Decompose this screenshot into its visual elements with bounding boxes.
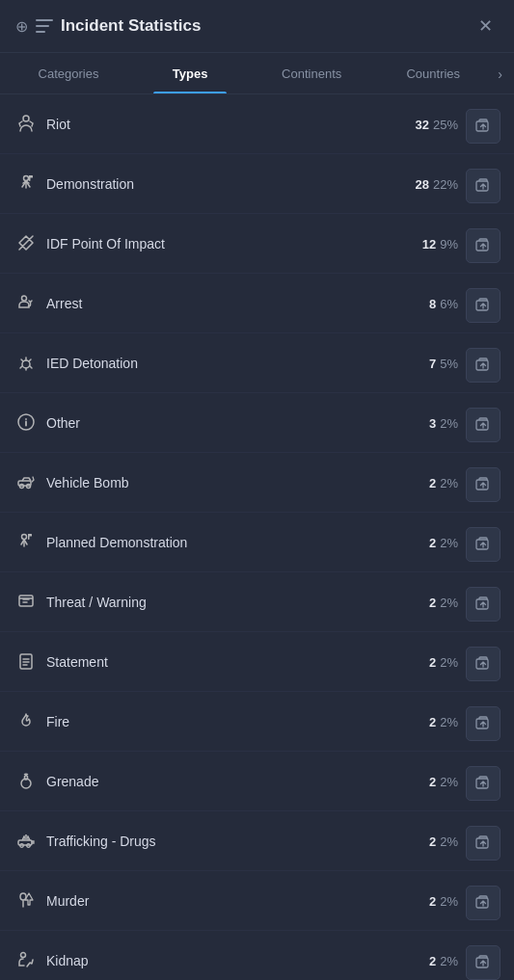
grenade-count: 2 bbox=[429, 775, 436, 789]
tabs-arrow[interactable]: › bbox=[494, 53, 506, 93]
planned-demonstration-top: Planned Demonstration 22% bbox=[46, 534, 458, 551]
list-item-statement: Statement 22% bbox=[0, 632, 514, 692]
trafficking-drugs-top: Trafficking - Drugs 22% bbox=[46, 833, 458, 850]
vehicle-bomb-top: Vehicle Bomb 22% bbox=[46, 474, 458, 491]
murder-count: 2 bbox=[429, 894, 436, 909]
statement-top: Statement 22% bbox=[46, 653, 458, 671]
other-action-btn[interactable] bbox=[466, 408, 500, 442]
demonstration-action-btn[interactable] bbox=[466, 169, 500, 203]
demonstration-pct: 22% bbox=[433, 177, 458, 192]
vehicle-bomb-action-btn[interactable] bbox=[466, 467, 500, 502]
trafficking-drugs-action-btn[interactable] bbox=[466, 826, 500, 861]
vehicle-bomb-content: Vehicle Bomb 22% bbox=[46, 474, 458, 495]
svg-rect-11 bbox=[476, 301, 488, 310]
statement-content: Statement 22% bbox=[46, 653, 458, 675]
riot-action-btn[interactable] bbox=[466, 109, 500, 144]
svg-rect-8 bbox=[476, 181, 488, 191]
grenade-action-btn[interactable] bbox=[466, 766, 500, 801]
other-content: Other 32% bbox=[46, 414, 458, 436]
svg-rect-35 bbox=[476, 838, 488, 848]
list-item-other: Other 32% bbox=[0, 393, 514, 453]
tab-continents[interactable]: Continents bbox=[251, 53, 372, 93]
planned-demonstration-action-btn[interactable] bbox=[466, 527, 500, 562]
idf-point-of-impact-count: 12 bbox=[422, 237, 436, 252]
threat-warning-action-btn[interactable] bbox=[466, 587, 500, 622]
svg-rect-36 bbox=[476, 898, 488, 908]
svg-rect-38 bbox=[476, 958, 488, 967]
statement-pct: 2% bbox=[440, 655, 458, 670]
other-count: 3 bbox=[429, 416, 436, 431]
other-label: Other bbox=[46, 415, 80, 431]
other-pct: 2% bbox=[440, 416, 458, 431]
tab-countries[interactable]: Countries bbox=[372, 53, 494, 93]
murder-action-btn[interactable] bbox=[466, 886, 500, 920]
riot-stats: 3225% bbox=[416, 116, 459, 133]
svg-rect-24 bbox=[19, 596, 33, 606]
svg-rect-22 bbox=[28, 534, 32, 537]
statement-stats: 22% bbox=[429, 653, 458, 671]
list-item-fire: Fire 22% bbox=[0, 692, 514, 752]
idf-point-of-impact-top: IDF Point Of Impact 129% bbox=[46, 235, 458, 252]
ied-detonation-count: 7 bbox=[429, 357, 436, 371]
fire-stats: 22% bbox=[429, 713, 458, 730]
svg-point-37 bbox=[21, 953, 26, 958]
fire-label: Fire bbox=[46, 714, 69, 729]
vehicle-bomb-label: Vehicle Bomb bbox=[46, 475, 129, 490]
murder-label: Murder bbox=[46, 893, 89, 909]
kidnap-count: 2 bbox=[429, 954, 436, 968]
grenade-label: Grenade bbox=[46, 774, 98, 789]
filter-icon bbox=[36, 19, 53, 33]
svg-rect-7 bbox=[29, 175, 33, 178]
ied-detonation-icon bbox=[14, 353, 39, 377]
idf-point-of-impact-icon bbox=[14, 233, 39, 257]
murder-stats: 22% bbox=[429, 892, 458, 910]
incident-list: Riot 3225% Demonstration 2822% bbox=[0, 94, 514, 980]
riot-pct: 25% bbox=[433, 118, 458, 132]
close-button[interactable]: ✕ bbox=[473, 13, 499, 39]
idf-point-of-impact-action-btn[interactable] bbox=[466, 228, 500, 263]
threat-warning-top: Threat / Warning 22% bbox=[46, 594, 458, 611]
arrest-top: Arrest 86% bbox=[46, 295, 458, 312]
list-item-threat-warning: Threat / Warning 22% bbox=[0, 572, 514, 632]
planned-demonstration-label: Planned Demonstration bbox=[46, 535, 187, 550]
statement-icon bbox=[14, 651, 39, 675]
ied-detonation-label: IED Detonation bbox=[46, 356, 138, 371]
murder-top: Murder 22% bbox=[46, 892, 458, 910]
murder-content: Murder 22% bbox=[46, 892, 458, 914]
planned-demonstration-pct: 2% bbox=[440, 536, 458, 550]
kidnap-action-btn[interactable] bbox=[466, 945, 500, 980]
statement-action-btn[interactable] bbox=[466, 647, 500, 681]
svg-rect-4 bbox=[476, 121, 488, 131]
titlebar: ⊕ Incident Statistics ✕ bbox=[0, 0, 514, 53]
demonstration-top: Demonstration 2822% bbox=[46, 175, 458, 193]
drag-icon: ⊕ bbox=[15, 17, 28, 36]
tab-types[interactable]: Types bbox=[129, 53, 251, 93]
grenade-top: Grenade 22% bbox=[46, 773, 458, 790]
fire-action-btn[interactable] bbox=[466, 706, 500, 741]
svg-rect-27 bbox=[476, 659, 488, 669]
svg-rect-19 bbox=[476, 480, 488, 490]
demonstration-label: Demonstration bbox=[46, 176, 134, 192]
tab-categories[interactable]: Categories bbox=[8, 53, 129, 93]
ied-detonation-action-btn[interactable] bbox=[466, 348, 500, 383]
vehicle-bomb-pct: 2% bbox=[440, 476, 458, 490]
idf-point-of-impact-stats: 129% bbox=[422, 235, 458, 252]
vehicle-bomb-count: 2 bbox=[429, 476, 436, 490]
list-item-trafficking-drugs: Trafficking - Drugs 22% bbox=[0, 811, 514, 871]
statement-label: Statement bbox=[46, 654, 108, 670]
demonstration-icon bbox=[14, 173, 39, 198]
arrest-action-btn[interactable] bbox=[466, 288, 500, 323]
arrest-count: 8 bbox=[429, 297, 436, 311]
other-icon bbox=[14, 412, 39, 437]
fire-content: Fire 22% bbox=[46, 713, 458, 734]
threat-warning-stats: 22% bbox=[429, 594, 458, 611]
list-item-grenade: Grenade 22% bbox=[0, 752, 514, 811]
list-item-ied-detonation: IED Detonation 75% bbox=[0, 333, 514, 393]
ied-detonation-content: IED Detonation 75% bbox=[46, 355, 458, 376]
demonstration-stats: 2822% bbox=[416, 175, 459, 193]
list-item-demonstration: Demonstration 2822% bbox=[0, 154, 514, 214]
trafficking-drugs-icon bbox=[14, 831, 39, 855]
riot-count: 32 bbox=[416, 118, 429, 132]
fire-top: Fire 22% bbox=[46, 713, 458, 730]
ied-detonation-stats: 75% bbox=[429, 355, 458, 372]
